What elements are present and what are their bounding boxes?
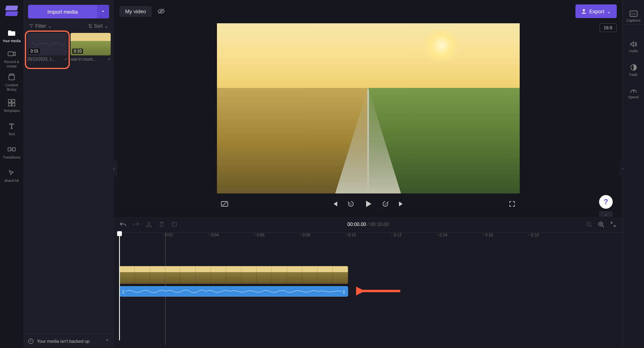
audio-clip[interactable]: || ||	[119, 286, 348, 297]
audio-icon	[630, 41, 637, 47]
zoom-out-button[interactable]	[585, 221, 593, 228]
captions-icon: CC	[630, 10, 638, 17]
text-icon	[7, 122, 16, 130]
timeline-timecode: 00:00.00 / 00:10.00	[347, 222, 389, 227]
library-icon	[7, 73, 16, 81]
nav-transitions[interactable]: Transitions	[0, 140, 23, 164]
timeline-ruler[interactable]: 0 0:02 0:04 0:06 0:08 0:10 0:12 0:14 0:1…	[119, 232, 622, 242]
media-duration: 0:15	[29, 49, 40, 54]
svg-text:5: 5	[385, 203, 386, 206]
sort-button[interactable]: Sort ⌄	[88, 23, 108, 29]
fade-icon	[630, 64, 637, 71]
undo-button[interactable]	[119, 221, 127, 228]
app-logo	[6, 6, 18, 16]
chevron-down-icon: ⌄	[48, 23, 52, 29]
export-button[interactable]: Export ⌄	[575, 4, 617, 18]
speed-button[interactable]: Speed	[623, 83, 644, 104]
check-icon: ✓	[107, 57, 111, 61]
left-sidebar: Your media Record & create Content libra…	[0, 0, 23, 348]
camera-icon	[7, 49, 16, 58]
audio-button[interactable]: Audio	[623, 36, 644, 58]
preview-canvas[interactable]	[217, 23, 520, 193]
media-item-video[interactable]: 0:10 oad in count... ✓	[71, 33, 111, 61]
fullscreen-button[interactable]	[508, 199, 516, 208]
media-duration: 0:10	[72, 49, 83, 54]
brandkit-icon	[7, 168, 16, 177]
zoom-fit-button[interactable]	[610, 221, 617, 228]
import-media-button[interactable]: Import media	[28, 5, 97, 18]
nav-brand-kit[interactable]: Brand kit	[0, 164, 23, 187]
svg-rect-8	[12, 148, 15, 151]
redo-button[interactable]	[132, 221, 140, 228]
nav-record-create[interactable]: Record & create	[0, 47, 23, 71]
transitions-icon	[7, 145, 16, 154]
chevron-up-icon: ⌃	[105, 339, 109, 344]
svg-rect-3	[8, 100, 11, 102]
clip-handle-left[interactable]: ||	[122, 289, 125, 294]
svg-text:5: 5	[350, 203, 352, 206]
timeline-toolbar: 00:00.00 / 00:10.00	[114, 216, 622, 232]
templates-icon	[7, 98, 16, 107]
fade-button[interactable]: Fade	[623, 59, 644, 81]
nav-templates[interactable]: Templates	[0, 94, 23, 117]
split-button[interactable]	[145, 221, 152, 228]
timeline: 00:00.00 / 00:10.00 0 0:02 0:04 0:06 0:0…	[114, 216, 622, 348]
nav-text[interactable]: Text	[0, 117, 23, 140]
nav-your-media[interactable]: Your media	[0, 24, 23, 47]
info-icon	[28, 338, 34, 344]
clip-handle-right[interactable]: ||	[343, 289, 345, 294]
collapse-preview-button[interactable]: ⌄	[599, 211, 613, 217]
chevron-down-icon: ⌄	[104, 23, 108, 29]
play-button[interactable]	[363, 198, 374, 210]
svg-rect-2	[10, 74, 14, 75]
svg-point-14	[146, 226, 148, 227]
rewind-button[interactable]: 5	[346, 199, 355, 208]
aspect-ratio-button[interactable]: 16:9	[599, 23, 617, 32]
collapse-right-panel-button[interactable]: ›	[619, 161, 626, 177]
nav-content-library[interactable]: Content library	[0, 71, 23, 94]
video-track[interactable]	[119, 266, 622, 284]
audio-track[interactable]: || ||	[119, 286, 622, 297]
media-thumbnail: 0:15	[27, 33, 67, 55]
svg-rect-7	[8, 148, 11, 151]
crop-button[interactable]	[171, 221, 178, 228]
check-icon: ✓	[64, 57, 67, 61]
svg-rect-5	[8, 103, 11, 106]
delete-button[interactable]	[158, 221, 165, 228]
main-area: My video Export ⌄ 16:9 5 5 ? ⌄	[114, 0, 622, 348]
svg-rect-0	[8, 52, 13, 56]
skip-back-button[interactable]	[330, 199, 339, 208]
import-media-dropdown[interactable]	[97, 5, 109, 18]
svg-text:CC: CC	[631, 12, 636, 16]
visibility-toggle[interactable]	[156, 6, 167, 16]
svg-point-15	[150, 226, 151, 227]
media-item-audio[interactable]: 0:15 20/12/2023, 1... ✓	[27, 33, 67, 61]
svg-rect-6	[12, 103, 15, 106]
forward-button[interactable]: 5	[381, 199, 390, 208]
media-panel: Import media Filter ⌄ Sort ⌄ 0:15 20/12/…	[23, 0, 114, 348]
filter-button[interactable]: Filter ⌄	[29, 23, 52, 29]
project-title[interactable]: My video	[119, 6, 152, 17]
chevron-down-icon: ⌄	[607, 8, 611, 14]
media-filename: oad in count...	[71, 57, 96, 61]
skip-forward-button[interactable]	[397, 199, 406, 208]
sort-icon	[88, 24, 92, 28]
safe-zone-toggle[interactable]	[220, 199, 229, 208]
media-thumbnail: 0:10	[71, 33, 111, 55]
backup-warning[interactable]: Your media isn't backed up ⌃	[23, 334, 114, 348]
zoom-in-button[interactable]	[597, 221, 605, 228]
folder-icon	[7, 28, 16, 37]
captions-button[interactable]: CC Captions	[623, 6, 644, 27]
topbar: My video Export ⌄	[114, 0, 622, 22]
transport-controls: 5 5	[217, 193, 520, 212]
help-button[interactable]: ?	[599, 195, 613, 209]
speed-icon	[630, 88, 637, 94]
video-clip[interactable]	[119, 266, 348, 284]
svg-rect-16	[172, 222, 176, 226]
svg-rect-1	[9, 75, 14, 80]
media-filename: 20/12/2023, 1...	[27, 57, 55, 61]
timeline-tracks[interactable]: || ||	[119, 242, 622, 299]
waveform-icon	[126, 289, 342, 294]
playhead[interactable]	[117, 231, 122, 236]
svg-rect-4	[12, 100, 15, 102]
